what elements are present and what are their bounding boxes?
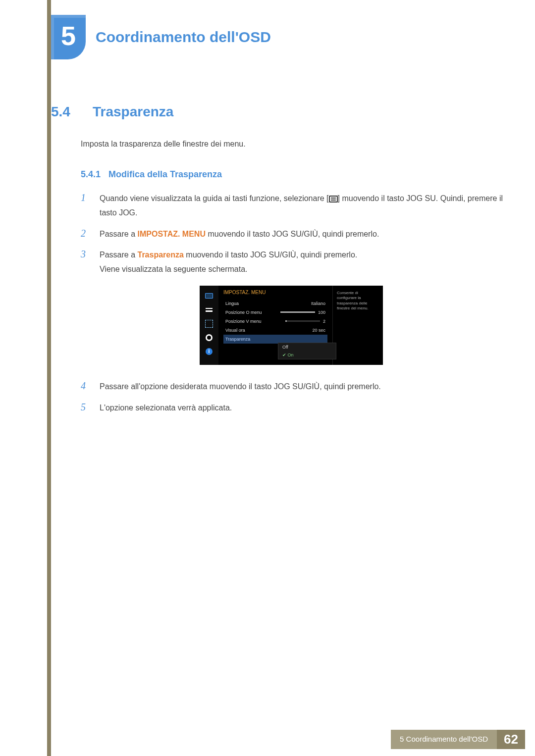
step-text: Passare all'opzione desiderata muovendo …	[100, 380, 381, 394]
step-number: 3	[81, 248, 91, 277]
section-heading: 5.4 Trasparenza	[51, 104, 510, 120]
step-1: 1 Quando viene visualizzata la guida ai …	[81, 192, 510, 220]
menu-icon	[329, 196, 338, 202]
section-title: Trasparenza	[93, 104, 173, 120]
step-5: 5 L'opzione selezionata verrà applicata.	[81, 401, 510, 415]
osd-sidebar: i	[200, 286, 218, 365]
osd-row-visual-ora: Visual ora 20 sec	[223, 326, 327, 335]
subsection-number: 5.4.1	[81, 169, 101, 180]
subsection-heading: 5.4.1 Modifica della Trasparenza	[81, 169, 510, 180]
step-text: Passare a IMPOSTAZ. MENU muovendo il tas…	[100, 227, 379, 242]
chapter-title: Coordinamento dell'OSD	[96, 29, 271, 46]
left-margin-stripe	[47, 0, 51, 756]
chapter-header: 5 Coordinamento dell'OSD	[51, 15, 510, 59]
subsection-title: Modifica della Trasparenza	[108, 169, 222, 180]
list-icon	[205, 306, 214, 313]
step-number: 5	[81, 401, 91, 415]
osd-screenshot: i IMPOSTAZ. MENU Lingua Italiano Posizio…	[200, 286, 383, 365]
step-2: 2 Passare a IMPOSTAZ. MENU muovendo il t…	[81, 227, 510, 242]
page-footer: 5 Coordinamento dell'OSD 62	[51, 730, 525, 749]
step-text: Quando viene visualizzata la guida ai ta…	[100, 192, 510, 220]
osd-category-label: IMPOSTAZ. MENU	[223, 290, 327, 295]
osd-option-off: Off	[278, 343, 336, 351]
step-number: 1	[81, 192, 91, 220]
footer-page-number: 62	[497, 730, 525, 749]
gear-icon	[205, 334, 214, 341]
step-number: 2	[81, 227, 91, 242]
osd-dropdown: Off On	[278, 343, 336, 359]
monitor-icon	[205, 293, 214, 300]
arrows-icon	[205, 320, 214, 327]
osd-row-lingua: Lingua Italiano	[223, 299, 327, 308]
osd-option-on: On	[278, 351, 336, 359]
osd-menu-list: IMPOSTAZ. MENU Lingua Italiano Posizione…	[218, 286, 332, 365]
step-3: 3 Passare a Trasparenza muovendo il tast…	[81, 248, 510, 277]
step-text: Passare a Trasparenza muovendo il tasto …	[100, 248, 357, 277]
step-text: L'opzione selezionata verrà applicata.	[100, 401, 232, 415]
section-intro-text: Imposta la trasparenza delle finestre de…	[81, 140, 510, 149]
step-4: 4 Passare all'opzione desiderata muovend…	[81, 380, 510, 394]
section-number: 5.4	[51, 104, 79, 120]
osd-row-pos-o: Posizione O menu 100	[223, 308, 327, 317]
chapter-number-badge: 5	[51, 15, 86, 59]
info-icon: i	[205, 348, 214, 355]
osd-row-pos-v: Posizione V menu 2	[223, 317, 327, 326]
osd-help-text: Consente di configurare la trasparenza d…	[332, 286, 382, 365]
step-number: 4	[81, 380, 91, 394]
footer-chapter-label: 5 Coordinamento dell'OSD	[391, 730, 497, 749]
